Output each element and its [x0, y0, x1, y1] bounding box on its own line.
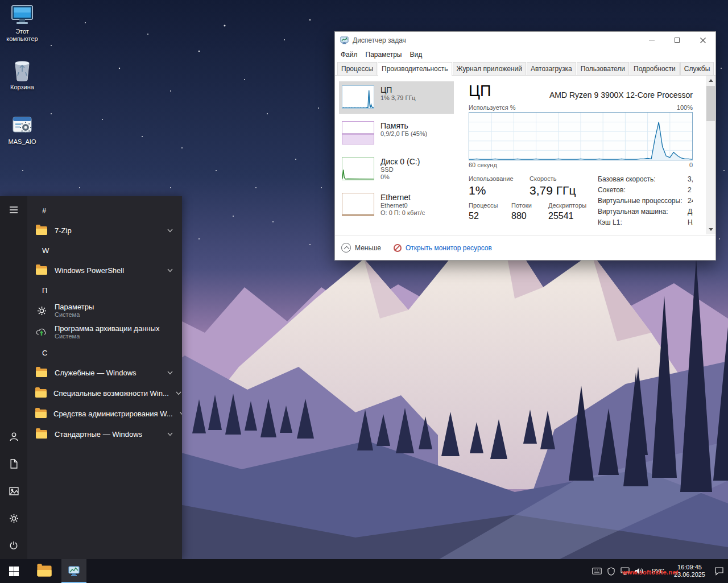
app-group-header[interactable]: #	[27, 201, 182, 220]
clock-date: 23.06.2025	[674, 571, 705, 578]
stat-label: Потоки	[511, 202, 548, 209]
scroll-thumb[interactable]	[706, 86, 715, 121]
settings-icon[interactable]	[0, 505, 27, 532]
app-group-header[interactable]: П	[27, 280, 182, 300]
minimize-button[interactable]	[639, 32, 664, 48]
memory-mini-chart	[342, 121, 374, 144]
gear-icon	[35, 306, 48, 316]
menu-bar: Файл Параметры Вид	[335, 48, 715, 60]
close-icon	[700, 38, 706, 43]
tab-performance[interactable]: Производительность	[378, 62, 452, 76]
stat-label: Процессы	[469, 202, 511, 209]
tab-processes[interactable]: Процессы	[337, 62, 377, 75]
property-value: 24	[688, 197, 693, 205]
chevron-down-icon	[167, 268, 173, 272]
graph-usage-label: Используется %	[469, 104, 516, 111]
app-group-header[interactable]: С	[27, 343, 182, 362]
menu-options[interactable]: Параметры	[362, 49, 406, 60]
desktop-icon-mas-aio[interactable]: MAS_AIO	[0, 115, 44, 146]
action-center-icon	[714, 567, 724, 576]
metric-item-memory[interactable]: Память 0,9/2,0 ГБ (45%)	[339, 117, 454, 150]
app-item-settings[interactable]: Параметры Система	[27, 300, 182, 321]
tab-services[interactable]: Службы	[680, 62, 714, 75]
start-button[interactable]	[0, 559, 27, 583]
cpu-heading: ЦП	[469, 82, 491, 100]
start-menu-rail	[0, 196, 27, 559]
taskbar-task-manager-button[interactable]	[61, 559, 86, 583]
app-item-accessories[interactable]: Стандартные — Windows	[27, 424, 182, 444]
property-value: Да	[688, 208, 693, 216]
task-manager-app-icon	[340, 36, 349, 44]
cpu-stats: Использование 1% Скорость 3,79 ГГц Проце…	[469, 175, 597, 229]
chevron-up-circle-icon	[341, 243, 351, 253]
metric-title: Ethernet	[380, 193, 425, 202]
metric-detail: 0,9/2,0 ГБ (45%)	[380, 130, 427, 138]
documents-icon[interactable]	[0, 450, 27, 477]
metric-item-disk[interactable]: Диск 0 (C:) SSD 0%	[339, 153, 454, 185]
maximize-button[interactable]	[664, 32, 690, 48]
desktop-icon-this-pc[interactable]: Этот компьютер	[0, 5, 44, 43]
folder-icon	[35, 369, 48, 377]
action-center-button[interactable]	[710, 559, 728, 583]
scrollbar[interactable]	[706, 76, 715, 234]
power-icon[interactable]	[0, 532, 27, 559]
metric-detail2: О: 0 П: 0 кбит/с	[380, 209, 425, 217]
metric-detail: 1% 3,79 ГГц	[380, 94, 416, 102]
resource-monitor-icon	[394, 244, 402, 252]
metric-item-cpu[interactable]: ЦП 1% 3,79 ГГц	[339, 81, 454, 114]
menu-file[interactable]: Файл	[337, 49, 362, 60]
fewer-details-button[interactable]: Меньше	[341, 243, 381, 253]
metric-item-ethernet[interactable]: Ethernet Ethernet0 О: 0 П: 0 кбит/с	[339, 189, 454, 221]
graph-max-label: 100%	[677, 104, 693, 111]
desktop-icon-label: Этот компьютер	[0, 28, 44, 43]
tray-icon-shield[interactable]	[604, 559, 618, 583]
cpu-properties: Базовая скорость:3,79 ГГц Сокетов:2 Вирт…	[598, 175, 693, 229]
app-item-windows-system[interactable]: Служебные — Windows	[27, 362, 182, 383]
chevron-down-icon	[167, 229, 173, 233]
hamburger-menu-icon[interactable]	[0, 196, 27, 224]
property-label: Кэш L1:	[598, 218, 622, 226]
app-group-header[interactable]: W	[27, 241, 182, 260]
chevron-down-icon	[167, 371, 173, 375]
menu-view[interactable]: Вид	[406, 49, 426, 60]
app-item-7zip[interactable]: 7-Zip	[27, 220, 182, 241]
scroll-up-arrow[interactable]	[706, 76, 715, 85]
graph-time-label: 60 секунд	[469, 162, 497, 168]
close-button[interactable]	[690, 32, 715, 48]
tab-startup[interactable]: Автозагрузка	[527, 62, 576, 75]
ethernet-mini-chart	[342, 193, 374, 216]
app-item-accessibility[interactable]: Специальные возможности Win...	[27, 383, 182, 403]
file-explorer-icon	[37, 566, 51, 577]
pictures-icon[interactable]	[0, 477, 27, 505]
scroll-down-arrow[interactable]	[706, 225, 715, 234]
desktop: Этот компьютер Корзина MAS_AIO	[0, 0, 728, 583]
tab-users[interactable]: Пользователи	[577, 62, 629, 75]
recycle-bin-icon	[11, 59, 34, 82]
stat-value: 880	[511, 211, 548, 221]
metric-title: ЦП	[380, 85, 416, 94]
app-item-powershell[interactable]: Windows PowerShell	[27, 260, 182, 280]
user-account-icon[interactable]	[0, 423, 27, 450]
open-resource-monitor-link[interactable]: Открыть монитор ресурсов	[394, 244, 492, 252]
property-label: Базовая скорость:	[598, 175, 656, 183]
desktop-icon-recycle-bin[interactable]: Корзина	[0, 59, 44, 91]
tab-details[interactable]: Подробности	[630, 62, 680, 75]
tab-strip: Процессы Производительность Журнал прило…	[335, 60, 715, 76]
tray-icon-keyboard[interactable]	[590, 559, 604, 583]
metric-title: Диск 0 (C:)	[380, 157, 420, 166]
title-bar[interactable]: Диспетчер задач	[335, 32, 715, 48]
tab-app-history[interactable]: Журнал приложений	[453, 62, 526, 75]
folder-icon	[35, 266, 48, 275]
folder-icon	[35, 389, 47, 398]
taskbar-file-explorer-button[interactable]	[32, 559, 57, 583]
app-item-backup[interactable]: Программа архивации данных Система	[27, 321, 182, 343]
app-item-admin-tools[interactable]: Средства администрирования W...	[27, 403, 182, 424]
property-label: Сокетов:	[598, 186, 626, 194]
window-title: Диспетчер задач	[353, 36, 406, 44]
stat-value: 3,79 ГГц	[530, 184, 576, 197]
metric-detail2: 0%	[380, 173, 420, 181]
task-manager-window: Диспетчер задач Файл Параметры Вид Проце…	[334, 31, 716, 261]
metric-title: Память	[380, 121, 427, 130]
cpu-usage-graph	[469, 112, 693, 160]
desktop-icon-label: Корзина	[10, 84, 34, 91]
